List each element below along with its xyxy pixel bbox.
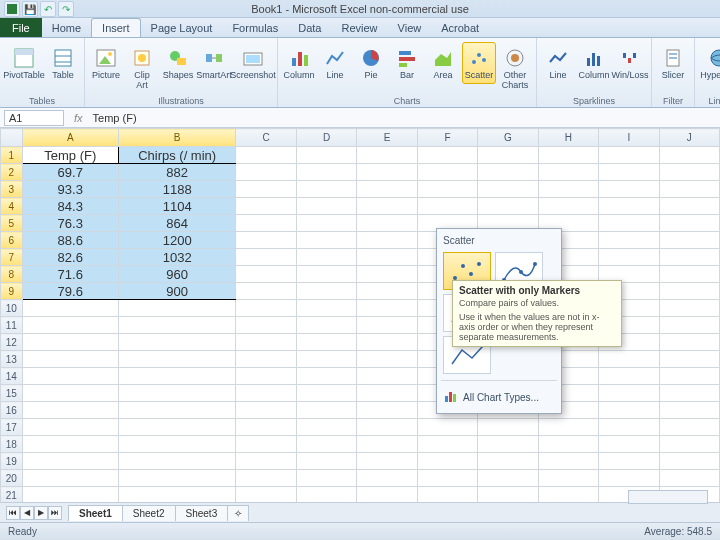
cell[interactable]: Chirps (/ min) xyxy=(118,147,236,164)
worksheet-area[interactable]: ABCDEFGHIJ 1Temp (F)Chirps (/ min)269.78… xyxy=(0,128,720,510)
cell[interactable] xyxy=(296,147,356,164)
smartart-button[interactable]: SmartArt xyxy=(197,42,231,84)
cell[interactable] xyxy=(599,368,659,385)
other-charts-button[interactable]: Other Charts xyxy=(498,42,532,94)
cell[interactable] xyxy=(22,402,118,419)
tab-formulas[interactable]: Formulas xyxy=(222,19,288,37)
cell[interactable] xyxy=(22,487,118,504)
cell[interactable] xyxy=(357,368,417,385)
column-header-G[interactable]: G xyxy=(478,129,538,147)
cell[interactable] xyxy=(478,198,538,215)
row-header[interactable]: 19 xyxy=(1,453,23,470)
sheet-tab-sheet3[interactable]: Sheet3 xyxy=(175,505,229,521)
cell[interactable] xyxy=(599,147,659,164)
cell[interactable] xyxy=(478,487,538,504)
cell[interactable] xyxy=(357,283,417,300)
table-button[interactable]: Table xyxy=(46,42,80,84)
cell[interactable]: 71.6 xyxy=(22,266,118,283)
cell[interactable]: 1104 xyxy=(118,198,236,215)
cell[interactable] xyxy=(538,164,598,181)
cell[interactable] xyxy=(357,436,417,453)
cell[interactable] xyxy=(417,147,477,164)
cell[interactable] xyxy=(296,232,356,249)
cell[interactable] xyxy=(599,249,659,266)
cell[interactable] xyxy=(357,487,417,504)
cell[interactable] xyxy=(236,249,296,266)
sheet-nav-next[interactable]: ▶ xyxy=(34,506,48,520)
row-header[interactable]: 14 xyxy=(1,368,23,385)
screenshot-button[interactable]: Screenshot xyxy=(233,42,273,84)
cell[interactable] xyxy=(357,470,417,487)
cell[interactable] xyxy=(659,385,720,402)
cell[interactable] xyxy=(599,232,659,249)
cell[interactable] xyxy=(417,453,477,470)
cell[interactable] xyxy=(599,419,659,436)
cell[interactable] xyxy=(659,368,720,385)
cell[interactable] xyxy=(599,470,659,487)
picture-button[interactable]: Picture xyxy=(89,42,123,84)
cell[interactable] xyxy=(599,198,659,215)
cell[interactable] xyxy=(357,317,417,334)
hyperlink-button[interactable]: Hyperlink xyxy=(699,42,720,84)
row-header[interactable]: 5 xyxy=(1,215,23,232)
cell[interactable] xyxy=(659,198,720,215)
cell[interactable] xyxy=(478,453,538,470)
cell[interactable] xyxy=(417,164,477,181)
column-header-E[interactable]: E xyxy=(357,129,417,147)
tab-data[interactable]: Data xyxy=(288,19,331,37)
cell[interactable]: 900 xyxy=(118,283,236,300)
cell[interactable] xyxy=(22,351,118,368)
cell[interactable] xyxy=(296,487,356,504)
cell[interactable] xyxy=(659,453,720,470)
column-header-C[interactable]: C xyxy=(236,129,296,147)
cell[interactable] xyxy=(118,351,236,368)
cell[interactable] xyxy=(236,198,296,215)
cell[interactable] xyxy=(599,164,659,181)
row-header[interactable]: 21 xyxy=(1,487,23,504)
cell[interactable] xyxy=(659,249,720,266)
cell[interactable] xyxy=(599,436,659,453)
cell[interactable] xyxy=(417,470,477,487)
cell[interactable] xyxy=(357,198,417,215)
cell[interactable] xyxy=(357,232,417,249)
cell[interactable] xyxy=(478,181,538,198)
row-header[interactable]: 2 xyxy=(1,164,23,181)
cell[interactable] xyxy=(538,147,598,164)
cell[interactable] xyxy=(236,283,296,300)
cell[interactable] xyxy=(22,470,118,487)
cell[interactable]: 882 xyxy=(118,164,236,181)
sparkline-column-button[interactable]: Column xyxy=(577,42,611,84)
cell[interactable] xyxy=(296,164,356,181)
cell[interactable] xyxy=(659,436,720,453)
select-all-corner[interactable] xyxy=(1,129,23,147)
cell[interactable] xyxy=(659,470,720,487)
cell[interactable] xyxy=(236,351,296,368)
cell[interactable] xyxy=(236,232,296,249)
cell[interactable] xyxy=(22,385,118,402)
cell[interactable] xyxy=(538,419,598,436)
cell[interactable] xyxy=(599,453,659,470)
row-header[interactable]: 7 xyxy=(1,249,23,266)
cell[interactable] xyxy=(659,419,720,436)
cell[interactable] xyxy=(118,385,236,402)
row-header[interactable]: 10 xyxy=(1,300,23,317)
cell[interactable] xyxy=(357,402,417,419)
cell[interactable] xyxy=(296,334,356,351)
cell[interactable] xyxy=(659,351,720,368)
cell[interactable] xyxy=(659,334,720,351)
cell[interactable] xyxy=(236,487,296,504)
cell[interactable] xyxy=(357,453,417,470)
tab-acrobat[interactable]: Acrobat xyxy=(431,19,489,37)
cell[interactable] xyxy=(357,164,417,181)
row-header[interactable]: 18 xyxy=(1,436,23,453)
column-header-J[interactable]: J xyxy=(659,129,720,147)
formula-input[interactable]: Temp (F) xyxy=(89,111,720,125)
area-chart-button[interactable]: Area xyxy=(426,42,460,84)
cell[interactable] xyxy=(236,266,296,283)
cell[interactable] xyxy=(236,334,296,351)
column-chart-button[interactable]: Column xyxy=(282,42,316,84)
row-header[interactable]: 6 xyxy=(1,232,23,249)
cell[interactable] xyxy=(538,453,598,470)
cell[interactable] xyxy=(296,368,356,385)
cell[interactable] xyxy=(22,334,118,351)
